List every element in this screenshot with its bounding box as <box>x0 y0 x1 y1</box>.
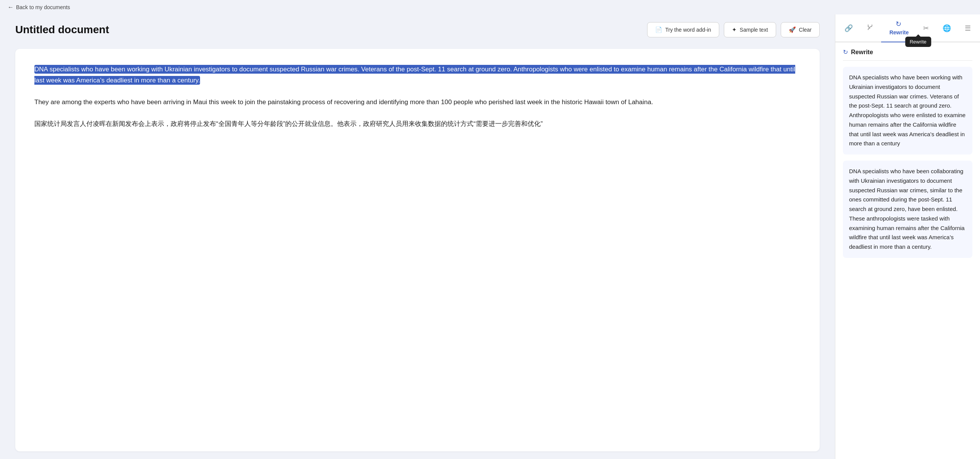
link-icon: 🔗 <box>844 24 853 32</box>
scissors-toolbar-button[interactable]: ✂ <box>917 19 935 39</box>
word-icon: 📄 <box>655 26 662 33</box>
doc-header: Untitled document 📄 Try the word add-in … <box>15 22 820 37</box>
globe-icon: 🌐 <box>943 24 951 32</box>
sidebar-section-title: Rewrite <box>851 49 873 56</box>
sample-text-button[interactable]: ✦ Sample text <box>724 22 776 37</box>
globe-toolbar-button[interactable]: 🌐 <box>936 19 957 39</box>
sidebar-section-header: ↻ Rewrite <box>843 48 972 61</box>
word-addin-label: Try the word add-in <box>665 27 711 33</box>
back-link[interactable]: ← Back to my documents <box>8 4 70 11</box>
rewrite-toolbar-label: Rewrite <box>890 29 909 35</box>
rewrite-toolbar-button[interactable]: ↻ Rewrite <box>881 14 915 42</box>
document-area: Untitled document 📄 Try the word add-in … <box>0 14 835 459</box>
branch-icon <box>867 24 873 32</box>
document-content: DNA specialists who have been working wi… <box>15 49 820 451</box>
paragraph-2: They are among the experts who have been… <box>34 97 801 108</box>
rewrite-toolbar-icon: ↻ <box>896 20 901 28</box>
rewrite-variant-2-text: DNA specialists who have been collaborat… <box>849 168 965 250</box>
highlighted-text: DNA specialists who have been working wi… <box>34 65 795 85</box>
doc-actions: 📄 Try the word add-in ✦ Sample text 🚀 Cl… <box>647 22 820 37</box>
back-arrow-icon: ← <box>8 4 14 11</box>
sample-text-label: Sample text <box>740 27 768 33</box>
scissors-icon: ✂ <box>923 24 929 32</box>
sidebar-toolbar: 🔗 ↻ Rewrite ✂ 🌐 ☰ <box>835 14 980 42</box>
list-toolbar-button[interactable]: ☰ <box>959 19 977 39</box>
clear-button[interactable]: 🚀 Clear <box>781 22 820 37</box>
branch-toolbar-button[interactable] <box>861 18 880 39</box>
rewrite-variant-2[interactable]: DNA specialists who have been collaborat… <box>843 161 972 258</box>
main-layout: Untitled document 📄 Try the word add-in … <box>0 14 980 459</box>
clear-label: Clear <box>799 27 812 33</box>
document-title: Untitled document <box>15 24 109 36</box>
rewrite-variant-1-text: DNA specialists who have been working wi… <box>849 74 965 147</box>
star-icon: ✦ <box>732 26 737 33</box>
rewrite-variant-1[interactable]: DNA specialists who have been working wi… <box>843 67 972 155</box>
paragraph-1[interactable]: DNA specialists who have been working wi… <box>34 64 801 86</box>
clear-icon: 🚀 <box>789 26 796 33</box>
word-addin-button[interactable]: 📄 Try the word add-in <box>647 22 719 37</box>
list-icon: ☰ <box>965 24 971 32</box>
paragraph-3: 国家统计局发言人付凌晖在新闻发布会上表示，政府将停止发布“全国青年人等分年龄段”… <box>34 119 801 130</box>
back-link-label: Back to my documents <box>16 4 70 10</box>
top-nav: ← Back to my documents <box>0 0 980 14</box>
right-sidebar: 🔗 ↻ Rewrite ✂ 🌐 ☰ <box>835 14 980 459</box>
paragraph-3-text: 国家统计局发言人付凌晖在新闻发布会上表示，政府将停止发布“全国青年人等分年龄段”… <box>34 120 543 127</box>
rewrite-section-icon: ↻ <box>843 48 848 56</box>
sidebar-content: ↻ Rewrite DNA specialists who have been … <box>835 42 980 459</box>
link-toolbar-button[interactable]: 🔗 <box>838 19 859 39</box>
paragraph-2-text: They are among the experts who have been… <box>34 98 653 106</box>
